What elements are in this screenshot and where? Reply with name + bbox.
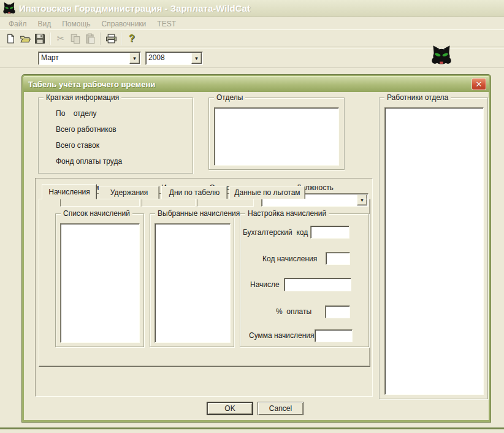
menubar: Файл Вид Помощь Справочники TEST xyxy=(0,18,504,29)
tab-benefits-data-label: Данные по льготам xyxy=(234,188,300,197)
tab-deductions-label: Удержания xyxy=(110,188,148,197)
tab-timesheet-days-label: Дни по табелю xyxy=(169,188,220,197)
summary-label-department: По отделу xyxy=(56,109,96,118)
summary-label-payroll-fund: Фонд оплаты труда xyxy=(56,157,122,166)
accrual-code-field[interactable] xyxy=(326,252,350,265)
new-document-icon xyxy=(6,33,16,44)
cut-button[interactable]: ✂ xyxy=(53,31,68,45)
month-dropdown[interactable]: Март ▼ xyxy=(38,52,141,65)
dialog-titlebar: Табель учёта рабочего времени ✕ xyxy=(23,76,489,92)
accounting-code-label: Бухгалтерский код xyxy=(243,228,308,237)
ok-button-label: OK xyxy=(224,404,235,413)
accruals-tab-panel: Список начислений Выбранные начисления Н… xyxy=(39,199,370,367)
period-toolbar: Март ▼ 2008 ▼ xyxy=(0,48,504,68)
app-titlebar: Ипатовская Горадминистрация - Зарплата-W… xyxy=(0,0,504,17)
toolbar: ✂ ? xyxy=(0,29,504,47)
copy-button[interactable] xyxy=(68,31,83,45)
help-question-icon: ? xyxy=(129,33,135,44)
save-button[interactable] xyxy=(32,31,47,45)
tab-benefits-data[interactable]: Данные по льготам xyxy=(229,186,305,199)
tab-deductions[interactable]: Удержания xyxy=(99,186,159,199)
month-dropdown-value: Март xyxy=(41,53,59,62)
application-window: Ипатовская Горадминистрация - Зарплата-W… xyxy=(0,0,504,433)
toolbar-separator xyxy=(121,33,122,45)
pay-percent-field[interactable] xyxy=(325,305,350,318)
selected-accruals-group-title: Выбранные начисления xyxy=(155,209,242,218)
save-floppy-icon xyxy=(34,33,45,44)
accrual-name-label: Начисле xyxy=(250,280,280,289)
ok-button[interactable]: OK xyxy=(207,402,253,415)
timesheet-dialog: Табель учёта рабочего времени ✕ Краткая … xyxy=(22,75,491,422)
paste-button[interactable] xyxy=(83,31,97,45)
copy-icon xyxy=(70,33,81,44)
accrual-settings-group: Настройка начислений Бухгалтерский код К… xyxy=(240,213,369,347)
summary-label-total-workers: Всего работников xyxy=(56,125,116,134)
menu-view[interactable]: Вид xyxy=(38,20,52,28)
chevron-down-icon[interactable]: ▼ xyxy=(191,53,202,64)
scissors-icon: ✂ xyxy=(57,33,65,44)
app-title: Ипатовская Горадминистрация - Зарплата-W… xyxy=(19,3,250,13)
menu-test[interactable]: TEST xyxy=(157,20,176,28)
toolbar-separator xyxy=(100,33,101,45)
accrual-name-field[interactable] xyxy=(284,278,351,291)
summary-group: Краткая информация По отделу Всего работ… xyxy=(38,98,193,174)
open-file-button[interactable] xyxy=(18,31,32,45)
tab-accruals-label: Начисления xyxy=(48,188,90,196)
selected-accruals-listbox[interactable] xyxy=(155,223,231,343)
departments-listbox[interactable] xyxy=(214,107,339,166)
workers-listbox[interactable] xyxy=(384,107,484,395)
year-dropdown-value: 2008 xyxy=(148,53,165,62)
accruals-list-group-title: Список начислений xyxy=(61,209,132,218)
departments-group: Отделы xyxy=(208,98,345,170)
accrual-settings-group-title: Настройка начислений xyxy=(245,209,329,218)
new-document-button[interactable] xyxy=(3,31,18,45)
paste-clipboard-icon xyxy=(85,33,96,44)
accrual-sum-field[interactable] xyxy=(315,329,353,342)
cancel-button-label: Cancel xyxy=(269,404,292,413)
tab-timesheet-days[interactable]: Дни по табелю xyxy=(161,186,227,199)
summary-group-title: Краткая информация xyxy=(44,93,121,102)
dialog-title: Табель учёта рабочего времени xyxy=(28,80,155,89)
app-window-bottom-edge xyxy=(0,427,504,429)
pay-percent-label: % оплаты xyxy=(276,307,311,316)
printer-icon xyxy=(105,33,117,44)
tab-accruals[interactable]: Начисления xyxy=(42,184,97,199)
accounting-code-field[interactable] xyxy=(310,226,349,239)
cancel-button[interactable]: Cancel xyxy=(258,402,304,415)
wildcat-app-icon xyxy=(2,2,16,15)
accrual-code-label: Код начисления xyxy=(262,255,317,263)
menu-help[interactable]: Помощь xyxy=(62,20,90,28)
print-button[interactable] xyxy=(104,31,118,45)
workers-group-title: Работники отдела xyxy=(384,93,451,102)
accruals-list-group: Список начислений xyxy=(55,213,144,347)
departments-group-title: Отделы xyxy=(214,93,245,102)
help-button[interactable]: ? xyxy=(124,31,139,45)
menu-directories[interactable]: Справочники xyxy=(102,20,147,28)
dialog-client-area: Краткая информация По отделу Всего работ… xyxy=(24,92,489,421)
open-folder-icon xyxy=(20,33,31,44)
workers-group: Работники отдела xyxy=(379,98,488,399)
close-button[interactable]: ✕ xyxy=(472,78,486,90)
toolbar-separator xyxy=(50,33,51,45)
accruals-listbox[interactable] xyxy=(60,223,140,343)
menu-file[interactable]: Файл xyxy=(9,20,27,28)
employee-panel: Фамилия Имя Отчество Должность ▼ Начисле… xyxy=(35,178,373,397)
wildcat-logo-icon xyxy=(430,45,453,67)
chevron-down-icon[interactable]: ▼ xyxy=(129,53,140,64)
year-dropdown[interactable]: 2008 ▼ xyxy=(145,52,203,65)
summary-label-total-rates: Всего ставок xyxy=(56,141,99,150)
accrual-sum-label: Сумма начисления xyxy=(249,331,315,340)
close-icon: ✕ xyxy=(476,80,483,89)
selected-accruals-group: Выбранные начисления xyxy=(150,213,234,347)
